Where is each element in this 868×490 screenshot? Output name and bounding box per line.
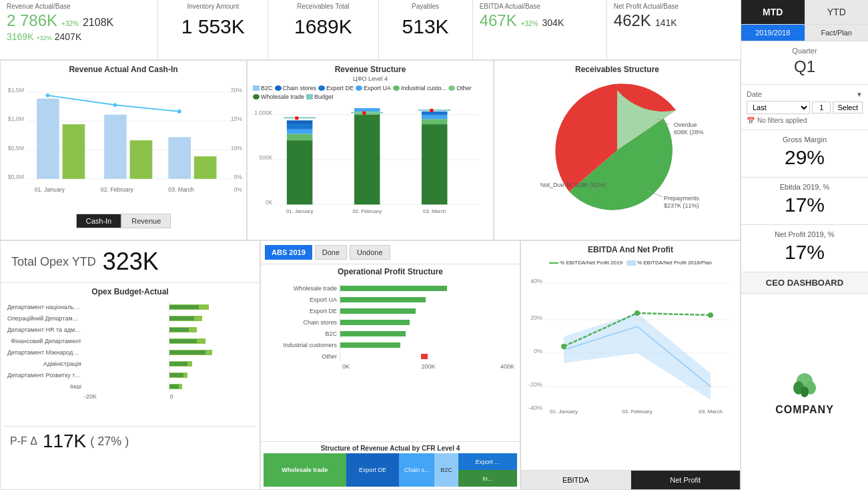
kpi-revenue-sub2-pct: +32%: [36, 35, 51, 41]
svg-text:$1,5M: $1,5M: [8, 87, 24, 93]
svg-text:40%: 40%: [530, 278, 542, 284]
period-2019-button[interactable]: 2019/2018: [741, 25, 805, 41]
treemap-export-ua: Export ...: [458, 453, 517, 470]
svg-text:-40%: -40%: [528, 405, 542, 411]
svg-rect-52: [430, 109, 433, 112]
svg-text:500К: 500К: [259, 154, 272, 161]
calendar-icon: 📅: [747, 117, 755, 124]
kpi-receivables-val: 1689K: [275, 15, 371, 38]
svg-text:$237K (11%): $237K (11%): [664, 202, 699, 209]
kpi-payables: Payables 513K: [379, 0, 473, 59]
svg-text:$0,5M: $0,5M: [8, 145, 24, 152]
kpi-netprofit: Net Profit Actual/Base 462K 141K: [607, 0, 741, 59]
receivables-chart-title: Receivables Structure: [498, 65, 736, 74]
svg-text:01. January: 01. January: [35, 186, 65, 193]
kpi-inventory: Inventory Amount 1 553K: [158, 0, 268, 59]
company-logo-icon: [788, 368, 821, 401]
opex-axis: -20K 0 0K: [5, 401, 256, 421]
svg-rect-39: [287, 120, 312, 124]
done-button[interactable]: Done: [315, 245, 347, 260]
ebitda-chart-title: EBITDA And Net Profit: [521, 241, 740, 258]
svg-rect-36: [287, 134, 312, 141]
opex-row: Адміністрація: [7, 359, 253, 369]
legend-wholesale: Wholesale trade: [253, 93, 304, 100]
kpi-ebitda-pct: +32%: [521, 20, 538, 27]
svg-rect-35: [287, 140, 312, 204]
legend-industrial: Industrial custo...: [393, 85, 446, 91]
svg-rect-44: [354, 108, 380, 111]
chevron-down-icon[interactable]: ▼: [856, 91, 863, 98]
ebitda-legend-2018: % EBITDA/Net Profit 2018/Plan: [626, 260, 712, 266]
svg-rect-20: [63, 124, 85, 179]
svg-text:-20%: -20%: [528, 381, 542, 388]
svg-rect-49: [422, 115, 447, 119]
quarter-label: Quarter: [747, 47, 863, 55]
ebitda-btn[interactable]: EBITDA: [521, 471, 631, 489]
fact-plan-button[interactable]: Fact/Plan: [805, 25, 869, 41]
date-select-button[interactable]: Select: [833, 101, 863, 113]
kpi-netprofit-title: Net Profit Actual/Base: [614, 3, 734, 10]
receivables-pie-svg: Overdue 608K (28%) Prepayments $237K (11…: [530, 77, 704, 224]
kpi-inventory-val: 1 553K: [165, 15, 261, 38]
revenue-chart-svg: $1,5M $1,0M $0,5M $0,0M 20% 15% 10% 5% 0…: [5, 77, 242, 210]
revenue-chart: Revenue Actual And Cash-In $1,5M $1,0M $…: [0, 60, 247, 240]
svg-text:$0,0M: $0,0M: [8, 174, 24, 180]
structure-title: Structure of Revenue Actual by CFR Level…: [264, 445, 517, 452]
ytd-button[interactable]: YTD: [805, 0, 869, 24]
kpi-netprofit-main: 462K: [614, 11, 651, 30]
kpi-revenue-sub1: 2108K: [83, 17, 113, 29]
svg-point-79: [708, 312, 713, 318]
svg-point-78: [634, 310, 640, 316]
ceo-badge: CEO DASHBOARD: [741, 272, 868, 294]
legend-other: Other: [448, 85, 472, 91]
svg-text:0К: 0К: [266, 199, 272, 206]
svg-rect-19: [168, 137, 191, 179]
pf-pct: ( 27% ): [90, 435, 129, 449]
svg-text:0%: 0%: [234, 186, 243, 193]
opex-total-label: Total Opex YTD: [11, 255, 96, 269]
kpi-revenue-title: Revenue Actual/Base: [7, 3, 151, 10]
kpi-receivables: Receivables Total 1689K: [268, 0, 378, 59]
revenue-chart-title: Revenue Actual And Cash-In: [5, 65, 242, 74]
svg-text:03. March: 03. March: [423, 208, 446, 214]
legend-b2c: B2C: [253, 85, 273, 91]
net-profit-btn[interactable]: Net Profit: [631, 471, 741, 489]
svg-rect-38: [287, 124, 312, 130]
date-label: Date: [747, 90, 762, 98]
kpi-ebitda-main: 467K: [480, 11, 517, 30]
svg-rect-17: [37, 99, 59, 179]
right-panel: MTD YTD 2019/2018 Fact/Plan Quarter Q1 D…: [741, 0, 868, 490]
cash-in-toggle[interactable]: Cash-In: [76, 214, 122, 228]
undone-button[interactable]: Undone: [350, 245, 390, 260]
treemap-wholesale: Wholesale trade: [264, 453, 346, 487]
kpi-netprofit-sub: 141K: [655, 17, 677, 28]
gross-margin-label: Gross Margin: [747, 136, 863, 144]
opex-total-value: 323K: [103, 248, 159, 276]
mtd-button[interactable]: MTD: [741, 0, 805, 24]
legend-export-ua: Export UA: [356, 85, 391, 91]
kpi-inventory-title: Inventory Amount: [165, 3, 261, 10]
opex-budget-title: Opex Budget-Actual: [5, 287, 256, 296]
abs-2019-button[interactable]: ABS 2019: [265, 245, 312, 260]
opex-row: Інші: [7, 382, 253, 391]
kpi-ebitda-title: EBITDA Actual/Base: [480, 3, 600, 10]
svg-text:02. February: 02. February: [352, 208, 382, 214]
date-last-select[interactable]: Last: [747, 101, 810, 114]
revenue-toggle[interactable]: Revenue: [121, 214, 171, 228]
operational-row: B2C: [266, 329, 514, 338]
revenue-structure-chart: Revenue Structure ЦФО Level 4 B2C Chain …: [247, 60, 494, 240]
company-logo: COMPANY: [741, 294, 868, 490]
svg-rect-50: [422, 111, 447, 115]
svg-text:01. January: 01. January: [550, 409, 578, 415]
pf-label: P-F Δ: [10, 435, 37, 447]
ebitda-legend-2019: % EBITDA/Net Profit 2019: [549, 260, 622, 266]
legend-export-de: Export DE: [318, 85, 354, 91]
treemap-chain: Chain s...: [399, 453, 434, 487]
operational-profit-title: Operational Profit Structure: [261, 264, 520, 279]
svg-rect-41: [295, 117, 298, 120]
operational-row: Export UA: [266, 295, 514, 304]
opex-row: Фінансовий Департамент: [7, 336, 253, 346]
kpi-revenue: Revenue Actual/Base 2 786K +32% 2108K 31…: [0, 0, 158, 59]
quarter-value: Q1: [747, 57, 863, 76]
date-num-input[interactable]: [812, 101, 831, 113]
